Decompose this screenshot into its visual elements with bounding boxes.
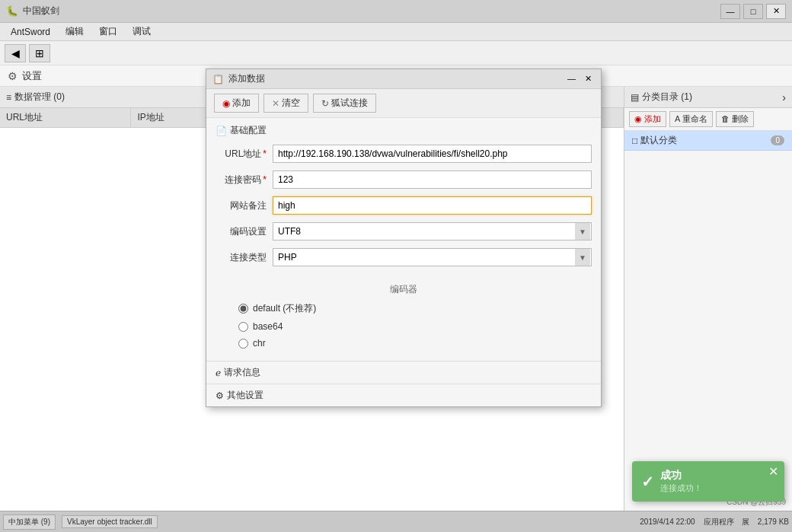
section-icon-basic: 📄 xyxy=(216,126,227,136)
other-settings-section[interactable]: ⚙ 其他设置 xyxy=(206,384,601,406)
conn-type-select-wrap: PHP ASP ASPX JSP ▼ xyxy=(273,248,592,266)
rename-category-button[interactable]: A 重命名 xyxy=(669,111,713,127)
encoding-select[interactable]: UTF8 GBK GB2312 xyxy=(273,222,592,241)
dialog-test-button[interactable]: ↻ 狐试连接 xyxy=(313,94,376,113)
gear-icon: ⚙ xyxy=(8,70,18,82)
note-input[interactable] xyxy=(273,196,592,215)
encoding-field-row: 编码设置 UTF8 GBK GB2312 ▼ xyxy=(216,222,592,241)
pwd-input[interactable] xyxy=(273,170,592,189)
conn-type-label: 连接类型 xyxy=(216,251,273,264)
dialog-add-button[interactable]: ◉ 添加 xyxy=(214,94,259,113)
section-title-basic: 📄 基础配置 xyxy=(216,124,592,137)
add-category-button[interactable]: ◉ 添加 xyxy=(629,111,666,127)
menu-edit[interactable]: 编辑 xyxy=(58,24,91,40)
toast-close-button[interactable]: ✕ xyxy=(768,464,778,479)
dialog-add-label: 添加 xyxy=(232,97,251,110)
delete-category-button[interactable]: 🗑 删除 xyxy=(716,111,754,127)
toast-content: 成功 连接成功！ xyxy=(660,469,775,494)
url-label: URL地址* xyxy=(216,148,273,161)
menu-bar: AntSword 编辑 窗口 调试 xyxy=(0,23,792,41)
right-panel-actions: ◉ 添加 A 重命名 🗑 删除 xyxy=(624,108,792,131)
other-settings-title: 其他设置 xyxy=(227,389,263,402)
encoder-radio-chr-input[interactable] xyxy=(238,339,248,349)
maximize-button[interactable]: □ xyxy=(743,4,763,19)
request-info-title: 请求信息 xyxy=(224,366,260,379)
toast-message: 连接成功！ xyxy=(660,483,775,494)
app-icon: 🐛 xyxy=(6,5,18,18)
encoder-title: 编码器 xyxy=(216,283,592,296)
basic-config-section: 📄 基础配置 URL地址* 连接密码* 网站备注 编码设置 xyxy=(206,118,601,280)
close-button[interactable]: ✕ xyxy=(766,4,786,19)
times-icon: ✕ xyxy=(272,98,279,109)
request-info-icon: ℯ xyxy=(216,368,221,378)
note-label: 网站备注 xyxy=(216,199,273,212)
col-url: URL地址 xyxy=(0,108,131,127)
toolbar: ◀ ⊞ xyxy=(0,41,792,65)
grid-button[interactable]: ⊞ xyxy=(29,44,50,62)
note-field-row: 网站备注 xyxy=(216,196,592,215)
app-title: 中国蚁剑 xyxy=(23,5,720,18)
url-required: * xyxy=(263,148,267,159)
category-item-default[interactable]: □ 默认分类 0 xyxy=(624,131,792,151)
encoder-section: 编码器 default (不推荐) base64 chr xyxy=(206,280,601,361)
taskbar: 中加菜单 (9) VkLayer object tracker.dll 2019… xyxy=(0,511,792,513)
toast-title: 成功 xyxy=(660,469,775,483)
conn-type-select[interactable]: PHP ASP ASPX JSP xyxy=(273,248,592,266)
toast-check-icon: ✓ xyxy=(641,473,654,491)
encoding-label: 编码设置 xyxy=(216,225,273,238)
encoder-radio-base64: base64 xyxy=(216,321,592,332)
encoder-radio-chr: chr xyxy=(216,338,592,349)
conn-type-field-row: 连接类型 PHP ASP ASPX JSP ▼ xyxy=(216,248,592,266)
url-input[interactable] xyxy=(273,145,592,163)
left-panel-title: 数据管理 (0) xyxy=(14,91,65,104)
menu-antsword[interactable]: AntSword xyxy=(3,25,58,39)
right-panel-title: 分类目录 (1) xyxy=(642,91,692,104)
request-info-section[interactable]: ℯ 请求信息 xyxy=(206,361,601,384)
dialog-toolbar: ◉ 添加 ✕ 清空 ↻ 狐试连接 xyxy=(206,89,601,118)
pwd-label: 连接密码* xyxy=(216,174,273,186)
minimize-button[interactable]: — xyxy=(720,4,740,19)
dialog-titlebar: 📋 添加数据 — ✕ xyxy=(206,69,601,89)
right-panel-header: ▤ 分类目录 (1) › xyxy=(624,87,792,108)
url-field-row: URL地址* xyxy=(216,145,592,163)
back-button[interactable]: ◀ xyxy=(5,44,26,62)
dialog-minimize-button[interactable]: — xyxy=(564,73,579,84)
dialog-title-icon: 📋 xyxy=(212,74,224,84)
dialog-title: 📋 添加数据 xyxy=(212,72,265,85)
other-settings-icon: ⚙ xyxy=(216,390,224,401)
right-panel: ▤ 分类目录 (1) › ◉ 添加 A 重命名 🗑 删除 □ 默认分类 0 xyxy=(624,87,792,513)
encoder-radio-default: default (不推荐) xyxy=(216,302,592,315)
encoder-radio-base64-input[interactable] xyxy=(238,322,248,332)
refresh-icon: ↻ xyxy=(321,98,329,109)
encoder-radio-default-label: default (不推荐) xyxy=(253,302,316,315)
section-title-text-basic: 基础配置 xyxy=(230,124,267,137)
encoder-radio-base64-label: base64 xyxy=(253,321,283,332)
dialog-clear-label: 清空 xyxy=(282,97,300,110)
success-toast: ✓ 成功 连接成功！ ✕ xyxy=(632,461,784,502)
folder-icon: ▤ xyxy=(631,92,639,103)
category-name: 默认分类 xyxy=(640,134,677,147)
pwd-required: * xyxy=(263,174,267,185)
add-data-dialog: 📋 添加数据 — ✕ ◉ 添加 ✕ 清空 ↻ 狐试连接 📄 基础配置 UR xyxy=(206,68,602,407)
settings-label: 设置 xyxy=(22,69,42,83)
dialog-title-text: 添加数据 xyxy=(228,72,265,85)
encoder-radio-chr-label: chr xyxy=(253,338,266,349)
dialog-window-controls: — ✕ xyxy=(564,73,595,84)
title-bar: 🐛 中国蚁剑 — □ ✕ xyxy=(0,0,792,23)
category-folder-icon: □ xyxy=(632,135,637,146)
expand-icon[interactable]: › xyxy=(782,91,786,104)
pwd-field-row: 连接密码* xyxy=(216,170,592,189)
list-icon: ≡ xyxy=(6,92,11,103)
dialog-close-button[interactable]: ✕ xyxy=(582,73,595,84)
encoding-select-wrap: UTF8 GBK GB2312 ▼ xyxy=(273,222,592,241)
dialog-clear-button[interactable]: ✕ 清空 xyxy=(263,94,308,113)
dialog-test-label: 狐试连接 xyxy=(331,97,368,110)
menu-window[interactable]: 窗口 xyxy=(91,24,125,40)
menu-debug[interactable]: 调试 xyxy=(125,24,158,40)
window-controls: — □ ✕ xyxy=(720,4,786,19)
plus-icon: ◉ xyxy=(222,98,230,109)
encoder-radio-default-input[interactable] xyxy=(238,304,248,314)
category-count-badge: 0 xyxy=(771,135,784,145)
